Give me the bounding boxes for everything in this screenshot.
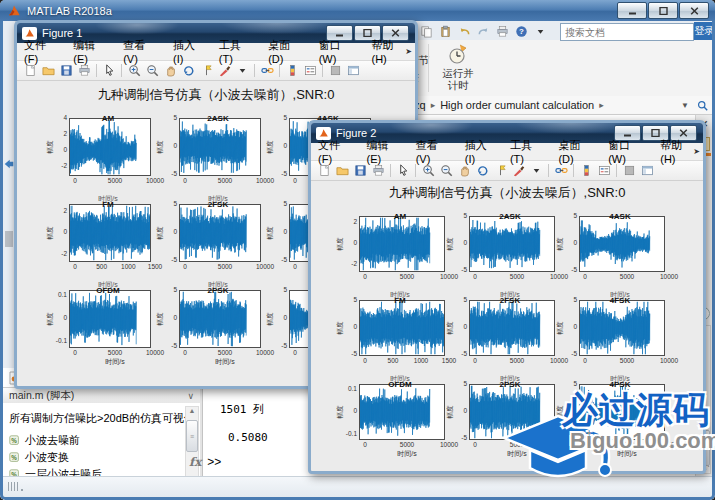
plot-axes[interactable] [359,384,445,440]
caret-down-icon[interactable] [534,25,547,38]
plot-axes[interactable] [469,300,555,356]
run-and-time-button[interactable]: 运行并 计时 [436,43,480,91]
menu-item[interactable]: 窗口(W) [601,138,653,165]
show-plot-tools-icon[interactable] [641,164,654,177]
zoom-in-icon[interactable] [422,164,435,177]
paste-icon[interactable] [439,25,452,38]
collapse-chevron-icon[interactable]: ∨ [187,391,194,401]
save-icon[interactable] [60,64,73,77]
help-icon[interactable]: ? [515,25,528,38]
show-plot-tools-icon[interactable] [347,64,360,77]
back-arrow-icon[interactable] [4,159,14,169]
search-input[interactable] [561,27,701,38]
plot-axes[interactable] [69,290,151,348]
menu-overflow-icon[interactable]: ➤ [693,147,700,156]
menu-item[interactable]: 工具(T) [503,138,552,165]
redo-icon[interactable] [475,23,491,39]
data-cursor-icon[interactable] [200,64,213,77]
hide-plot-tools-icon[interactable] [329,64,342,77]
edit-cursor-icon[interactable] [397,164,410,177]
brush-icon[interactable] [512,164,525,177]
menu-item[interactable]: 文件(F) [17,38,66,65]
scroll-up-icon[interactable]: ▲ [189,407,196,414]
menu-item[interactable]: 查看(V) [409,138,458,165]
current-folder-bar[interactable]: zq ▸ High order cumulant calculation ▸ ▼ [406,96,712,115]
plot-axes[interactable] [469,216,555,272]
new-document-icon[interactable] [24,64,37,77]
section-icon[interactable]: % [9,452,20,463]
sign-in-button[interactable]: 登录 [694,22,715,40]
brush-icon[interactable] [218,64,231,77]
data-cursor-icon[interactable] [494,164,507,177]
close-button[interactable] [679,2,709,19]
plot-axes[interactable] [179,204,261,262]
zoom-out-icon[interactable] [440,164,453,177]
plot-axes[interactable] [69,118,151,176]
plot-axes[interactable] [469,384,555,440]
details-header[interactable]: main.m (脚本) ∨ [3,387,200,404]
caret-down-icon[interactable] [530,164,543,177]
menu-overflow-icon[interactable]: ➤ [405,47,412,56]
open-folder-icon[interactable] [42,64,55,77]
section-item[interactable]: %小波变换 [3,449,200,466]
undo-icon[interactable] [456,23,472,39]
pan-hand-icon[interactable] [164,64,177,77]
plot-axes[interactable] [579,216,665,272]
plot-axes[interactable] [579,300,665,356]
caret-down-icon[interactable] [532,23,548,39]
section-item[interactable]: %小波去噪前 [3,432,200,449]
caret-down-icon[interactable] [236,64,249,77]
menu-item[interactable]: 插入(I) [458,138,503,165]
plot-axes[interactable] [69,204,151,262]
new-document-icon[interactable] [318,164,331,177]
menu-item[interactable]: 编辑(E) [360,138,409,165]
breadcrumb-item[interactable]: High order cumulant calculation [440,99,594,111]
menu-item[interactable]: 窗口(W) [312,38,365,65]
insert-colorbar-icon[interactable] [580,164,593,177]
breadcrumb-dropdown-icon[interactable]: ▼ [681,101,689,110]
menu-item[interactable]: 插入(I) [166,38,212,65]
menu-item[interactable]: 文件(F) [311,138,360,165]
open-folder-icon[interactable] [336,164,349,177]
undo-icon[interactable] [458,25,471,38]
zoom-out-icon[interactable] [146,64,159,77]
matlab-titlebar[interactable]: MATLAB R2018a [0,0,715,21]
minimize-button[interactable] [617,2,647,19]
help-icon[interactable]: ? [513,23,529,39]
plot-axes[interactable] [179,290,261,348]
plot-axes[interactable] [359,216,445,272]
paste-icon[interactable] [437,23,453,39]
statusbar-grip[interactable] [8,482,23,491]
figure-window-2[interactable]: Figure 2文件(F)编辑(E)查看(V)插入(I)工具(T)桌面(D)窗口… [308,120,706,474]
menu-item[interactable]: 查看(V) [116,38,166,65]
link-plots-icon[interactable] [261,64,274,77]
plot-axes[interactable] [579,384,665,440]
save-icon[interactable] [354,164,367,177]
hide-plot-tools-icon[interactable] [623,164,636,177]
insert-legend-icon[interactable] [598,164,611,177]
insert-colorbar-icon[interactable] [286,64,299,77]
edit-cursor-icon[interactable] [103,64,116,77]
print-icon[interactable] [496,25,509,38]
fx-icon[interactable]: fx [189,455,201,469]
print-icon[interactable] [372,164,385,177]
scrollbar-thumb[interactable]: ≡ [186,420,198,452]
link-plots-icon[interactable] [555,164,568,177]
search-box[interactable] [560,23,694,41]
folder-search-icon[interactable] [697,100,708,111]
menu-item[interactable]: 桌面(D) [551,138,601,165]
rotate-3d-icon[interactable] [476,164,489,177]
rotate-3d-icon[interactable] [182,64,195,77]
redo-icon[interactable] [477,25,490,38]
maximize-button[interactable] [648,2,678,19]
plot-axes[interactable] [359,300,445,356]
section-icon[interactable]: % [9,435,20,446]
menu-item[interactable]: 桌面(D) [261,38,312,65]
zoom-in-icon[interactable] [128,64,141,77]
menu-item[interactable]: 工具(T) [212,38,261,65]
insert-legend-icon[interactable] [304,64,317,77]
copy-icon[interactable] [420,25,433,38]
copy-icon[interactable] [418,23,434,39]
print-icon[interactable] [78,64,91,77]
plot-axes[interactable] [179,118,261,176]
